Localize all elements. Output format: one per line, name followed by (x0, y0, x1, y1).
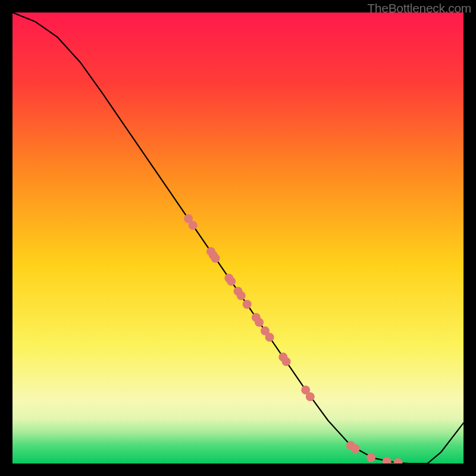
chart-container: TheBottleneck.com (0, 0, 476, 476)
watermark-text: TheBottleneck.com (367, 1, 471, 15)
plot-background-gradient (12, 12, 464, 464)
